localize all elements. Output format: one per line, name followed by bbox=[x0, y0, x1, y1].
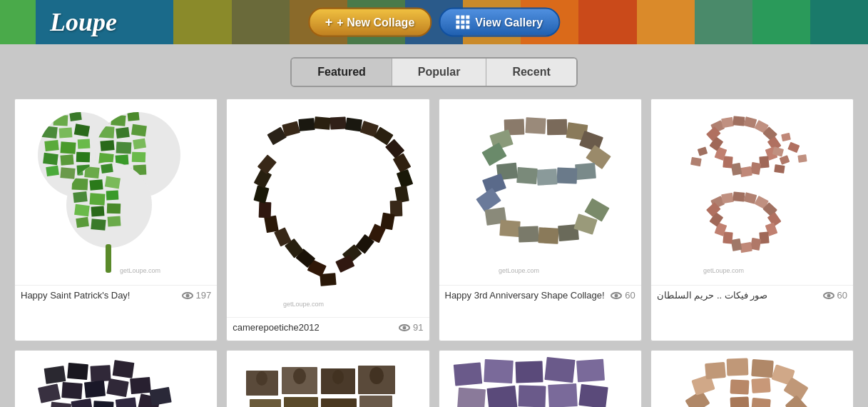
app-logo: Loupe bbox=[50, 7, 117, 37]
collage-image-7 bbox=[439, 351, 641, 407]
svg-rect-50 bbox=[107, 216, 121, 226]
eye-icon-4 bbox=[823, 292, 834, 299]
svg-rect-146 bbox=[44, 366, 66, 384]
collage-image-6 bbox=[227, 351, 429, 407]
svg-rect-41 bbox=[104, 176, 120, 189]
svg-rect-138 bbox=[780, 155, 790, 165]
svg-rect-89 bbox=[557, 167, 578, 184]
collage-footer-1: Happy Saint Patrick's Day! 197 bbox=[15, 285, 217, 305]
svg-rect-180 bbox=[545, 356, 576, 382]
collage-art-4: getLoupe.com bbox=[651, 99, 853, 285]
svg-rect-54 bbox=[282, 121, 300, 136]
svg-rect-55 bbox=[298, 118, 315, 131]
dark-collage-svg bbox=[24, 353, 209, 408]
view-gallery-button[interactable]: View Gallery bbox=[439, 8, 560, 37]
gallery-container: getLoupe.com Happy Saint Patrick's Day! … bbox=[0, 99, 868, 407]
svg-rect-124 bbox=[744, 192, 757, 204]
collage-title-2: camerepoetiche2012 bbox=[233, 322, 319, 333]
svg-rect-56 bbox=[314, 116, 330, 130]
collage-card-8[interactable] bbox=[650, 350, 854, 407]
tab-recent[interactable]: Recent bbox=[486, 59, 576, 86]
shamrock-svg: getLoupe.com bbox=[24, 105, 209, 280]
svg-rect-156 bbox=[71, 398, 93, 407]
svg-rect-132 bbox=[731, 238, 742, 251]
new-collage-button[interactable]: + + New Collage bbox=[308, 8, 432, 37]
color-strip-10 bbox=[578, 0, 636, 44]
svg-rect-116 bbox=[731, 162, 742, 175]
svg-rect-192 bbox=[752, 358, 775, 377]
svg-rect-172 bbox=[359, 396, 392, 408]
tab-popular[interactable]: Popular bbox=[392, 59, 487, 86]
svg-rect-179 bbox=[516, 361, 543, 383]
svg-text:getLoupe.com: getLoupe.com bbox=[703, 267, 744, 274]
svg-rect-96 bbox=[499, 220, 520, 237]
svg-point-173 bbox=[256, 371, 267, 386]
svg-rect-147 bbox=[67, 362, 88, 379]
svg-rect-63 bbox=[397, 169, 413, 188]
svg-rect-25 bbox=[131, 124, 147, 136]
svg-rect-11 bbox=[60, 141, 76, 154]
svg-rect-83 bbox=[526, 117, 546, 134]
collage-views-3: 60 bbox=[611, 290, 635, 301]
svg-rect-97 bbox=[519, 226, 539, 242]
svg-rect-15 bbox=[76, 151, 89, 162]
new-collage-label: + New Collage bbox=[337, 16, 414, 29]
svg-rect-207 bbox=[752, 397, 772, 407]
collage-image-4: getLoupe.com bbox=[651, 99, 853, 285]
heart-svg: getLoupe.com bbox=[232, 103, 424, 313]
collage-art-1: getLoupe.com bbox=[15, 99, 217, 285]
collage-image-8 bbox=[651, 351, 853, 407]
tab-featured[interactable]: Featured bbox=[292, 59, 392, 86]
svg-rect-204 bbox=[730, 379, 750, 394]
svg-rect-42 bbox=[73, 191, 87, 202]
svg-rect-28 bbox=[133, 138, 146, 149]
svg-rect-153 bbox=[106, 378, 128, 397]
svg-rect-90 bbox=[537, 169, 558, 185]
collage-card-4[interactable]: getLoupe.com صور فيكات .. حريم السلطان 6… bbox=[650, 99, 854, 341]
two-hearts-svg: getLoupe.com bbox=[659, 105, 844, 280]
svg-rect-44 bbox=[106, 190, 118, 200]
svg-rect-6 bbox=[69, 111, 82, 121]
collage-image-2: getLoupe.com bbox=[227, 99, 429, 317]
svg-rect-107 bbox=[733, 116, 745, 126]
collage-card-2[interactable]: getLoupe.com camerepoetiche2012 91 bbox=[226, 99, 429, 341]
svg-rect-13 bbox=[43, 152, 58, 164]
svg-rect-157 bbox=[93, 401, 113, 407]
svg-rect-7 bbox=[41, 125, 58, 138]
svg-rect-78 bbox=[253, 185, 269, 204]
svg-text:getLoupe.com: getLoupe.com bbox=[283, 301, 324, 308]
svg-rect-51 bbox=[106, 244, 111, 273]
svg-point-176 bbox=[369, 367, 384, 384]
svg-rect-143 bbox=[690, 156, 702, 166]
svg-rect-10 bbox=[44, 139, 58, 151]
logo-area: Loupe bbox=[36, 0, 131, 44]
svg-rect-170 bbox=[284, 397, 318, 408]
collage-views-4: 60 bbox=[823, 290, 847, 301]
collage-footer-2: camerepoetiche2012 91 bbox=[227, 317, 429, 337]
svg-rect-140 bbox=[781, 132, 791, 141]
people-collage-svg bbox=[447, 353, 633, 408]
collage-views-2: 91 bbox=[399, 322, 423, 333]
svg-rect-84 bbox=[547, 119, 567, 134]
collage-title-3: Happy 3rd Anniversary Shape Collage! bbox=[445, 290, 605, 301]
svg-rect-16 bbox=[46, 165, 59, 176]
svg-rect-76 bbox=[264, 216, 279, 233]
svg-rect-122 bbox=[721, 192, 734, 204]
collage-title-4: صور فيكات .. حريم السلطان bbox=[657, 290, 768, 301]
svg-rect-77 bbox=[258, 202, 271, 218]
svg-rect-144 bbox=[798, 154, 807, 163]
collage-card-6[interactable] bbox=[226, 350, 429, 407]
svg-rect-45 bbox=[74, 204, 90, 216]
collage-card-1[interactable]: getLoupe.com Happy Saint Patrick's Day! … bbox=[14, 99, 218, 341]
svg-rect-5 bbox=[53, 114, 68, 126]
collage-card-7[interactable] bbox=[439, 350, 642, 407]
eye-icon-1 bbox=[182, 292, 193, 299]
eye-icon-3 bbox=[611, 292, 622, 299]
svg-rect-169 bbox=[250, 399, 281, 408]
collage-card-5[interactable] bbox=[14, 350, 218, 407]
plus-icon: + bbox=[325, 15, 333, 30]
collage-card-3[interactable]: getLoupe.com Happy 3rd Anniversary Shape… bbox=[439, 99, 642, 341]
svg-rect-152 bbox=[84, 380, 106, 398]
collage-footer-4: صور فيكات .. حريم السلطان 60 bbox=[651, 285, 853, 305]
svg-rect-46 bbox=[91, 206, 104, 216]
